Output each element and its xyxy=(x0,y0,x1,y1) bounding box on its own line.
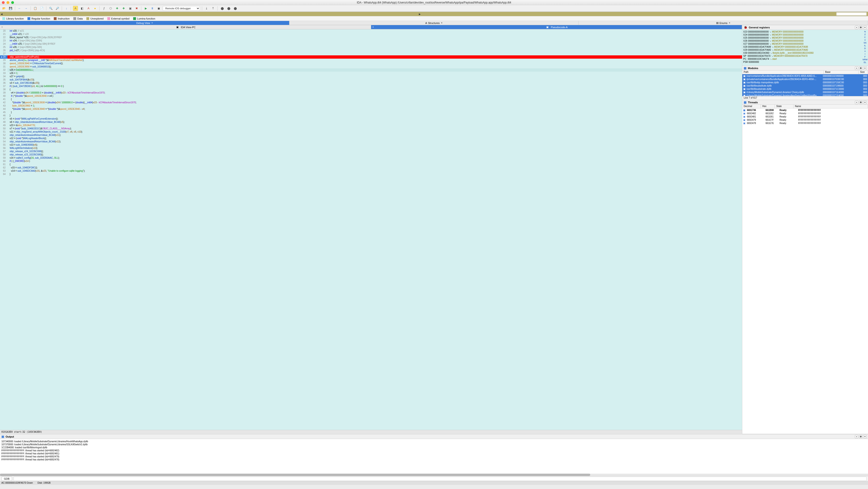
col-name[interactable]: Name xyxy=(794,105,868,108)
modules-list[interactable]: ▣/var/containers/Bundle/Application/2BE9… xyxy=(742,74,868,96)
code-line[interactable]: 26 pid_t v27; // [xsp+2B4h] [xbp-4Ch] xyxy=(0,49,742,52)
code-line[interactable]: 22 Block_layout *v23; // [xsp+20h] [xbp-… xyxy=(0,36,742,39)
code-line[interactable]: 34 v27 = getpid(); xyxy=(0,75,742,78)
col-base[interactable]: Base xyxy=(824,70,859,74)
code-line[interactable]: 39 v4 = (double)v24 / 1000000.0 + (doubl… xyxy=(0,91,742,94)
code-line[interactable]: 33 v26 = 1; xyxy=(0,72,742,75)
code-line[interactable]: 41 { xyxy=(0,98,742,101)
panel-close-icon[interactable]: × xyxy=(863,101,867,104)
code-line[interactable]: 37 if ( (sub_10472BD0C(v3, 4LL) & 0x8000… xyxy=(0,85,742,88)
view-tab[interactable]: Debug View× xyxy=(0,21,289,25)
thread-row[interactable]: ▣6692481661E81ReadyFFFFFFFFFFFFFFFF xyxy=(742,115,868,118)
code-line[interactable]: 51 v11 = objc_msgSend_arrayWithObjects_c… xyxy=(0,130,742,134)
back-icon[interactable]: ← xyxy=(17,6,22,11)
step-over-icon[interactable]: ⤒ xyxy=(211,6,216,11)
zoom-window-icon[interactable] xyxy=(11,1,14,4)
code-line[interactable]: 63 v14 = sub_1046DC8A0(v15, &v23, "Unabl… xyxy=(0,169,742,173)
save-icon[interactable]: 💾 xyxy=(8,6,13,11)
flag-SS[interactable]: SS xyxy=(863,41,868,44)
close-window-icon[interactable] xyxy=(2,1,5,4)
code-line[interactable]: 45 } xyxy=(0,111,742,114)
code-line[interactable]: 60 if ( (_DWORD)v14 ) xyxy=(0,160,742,163)
step-into-icon[interactable]: ⤓ xyxy=(204,6,209,11)
code-line[interactable]: 29 atomic_store(1u, (unsigned __int8 *)&… xyxy=(0,59,742,62)
paste-icon[interactable]: 📄 xyxy=(39,6,44,11)
code-line[interactable]: 27 xyxy=(0,52,742,55)
cross-icon[interactable]: ✖ xyxy=(134,6,139,11)
code-line[interactable]: 31 qword_105DE3958 = sub_103A66810(); xyxy=(0,65,742,68)
block-icon[interactable]: ▣ xyxy=(128,6,133,11)
plus-icon[interactable]: ✚ xyxy=(115,6,120,11)
code-line[interactable]: 53 v12 = (void *)WALogHeaderBlock(); xyxy=(0,137,742,140)
panel-gear-icon[interactable]: ⚙ xyxy=(859,67,862,70)
code-line[interactable]: 25 int v26; // [xsp+2B0h] [xbp-50h] xyxy=(0,45,742,49)
search-icon[interactable]: 🔍 xyxy=(48,6,53,11)
panel-gear-icon[interactable]: ⚙ xyxy=(859,435,862,438)
code-line[interactable]: 32 v25 = 0xE00000001LL; xyxy=(0,68,742,72)
module-row[interactable]: ▣/private/var/containers/Bundle/Applicat… xyxy=(742,77,868,81)
flag-I[interactable]: I xyxy=(863,53,868,55)
panel-close-icon[interactable]: × xyxy=(863,67,867,70)
pseudocode-view[interactable]: 20 int v20; // w2121 __int64 v21; // x20… xyxy=(0,29,742,430)
text-a-icon[interactable]: A xyxy=(73,6,78,11)
module-row[interactable]: ▣/Library/MobileSubstrate/DynamicLibrari… xyxy=(742,94,868,96)
code-line[interactable]: 44 *(double *)&qword_105DE3948 = *(doubl… xyxy=(0,107,742,111)
nav-right-icon[interactable]: ▶ xyxy=(418,13,422,15)
output-scrollbar[interactable] xyxy=(0,474,868,476)
struct-icon[interactable]: ◧ xyxy=(80,6,85,11)
module-row[interactable]: ▣/usr/lib/libsubstitute.dylib00000001071… xyxy=(742,84,868,87)
nav-left-icon[interactable]: ◀ xyxy=(0,13,3,15)
thread-row[interactable]: ▣6692482661E82ReadyFFFFFFFFFFFFFFFF xyxy=(742,112,868,115)
code-line[interactable]: 52 objc_retainAutoreleasedReturnValue_BC… xyxy=(0,134,742,137)
view-tab[interactable]: AStructures× xyxy=(289,21,579,25)
register-row[interactable]: PC 0000000103C9A374 ↘ start xyxy=(743,58,867,61)
bp-list-icon[interactable]: ⬤ xyxy=(226,6,231,11)
threads-list[interactable]: ▣6691736661B98ReadyFFFFFFFFFFFFFFFF▣6692… xyxy=(742,108,868,434)
panel-menu-icon[interactable]: ≡ xyxy=(855,67,858,70)
register-row[interactable]: X27 0000000000000000 ↘ MEMORY:0000000000… xyxy=(743,42,867,45)
register-row[interactable]: X23 0000000000000000 ↘ MEMORY:0000000000… xyxy=(743,30,867,33)
code-line[interactable]: 64 } xyxy=(0,173,742,176)
run-icon[interactable]: ▶ xyxy=(143,6,148,11)
code-line[interactable]: 35 sub_10470FBA4(&v23); xyxy=(0,78,742,82)
graph-icon[interactable]: ⬡ xyxy=(108,6,113,11)
gdb-button[interactable]: GDB xyxy=(1,477,12,481)
forward-icon[interactable]: → xyxy=(24,6,29,11)
code-tab[interactable]: ×▣Pseudocode-A xyxy=(371,25,742,29)
module-row[interactable]: ▣/var/containers/Bundle/Application/2BE9… xyxy=(742,74,868,77)
code-line[interactable]: 57 objc_release_x24_10235C698(); xyxy=(0,150,742,153)
output-body[interactable]: 107340000: loaded /Library/MobileSubstra… xyxy=(0,439,868,474)
navigation-band[interactable]: ◀ ▶ xyxy=(0,12,868,16)
flag-V[interactable]: V xyxy=(863,39,868,41)
code-line[interactable]: 58 objc_release_x23_10235C680(); xyxy=(0,153,742,156)
nav-search-input[interactable] xyxy=(836,12,867,15)
flag-A[interactable]: A xyxy=(863,50,868,53)
code-line[interactable]: 36 v3 = sub_10472BD30(&v25); xyxy=(0,82,742,85)
register-row[interactable]: X24 0000000000000000 ↘ MEMORY:0000000000… xyxy=(743,33,867,36)
panel-menu-icon[interactable]: ≡ xyxy=(855,101,858,104)
registers-body[interactable]: X23 0000000000000000 ↘ MEMORY:0000000000… xyxy=(742,30,868,66)
minimize-window-icon[interactable] xyxy=(6,1,9,4)
code-line[interactable]: 59 v14 = sqlite3_config(16, sub_103D50AA… xyxy=(0,156,742,160)
module-row[interactable]: ▣/usr/lib/libsubstrate.dylib00000001071C… xyxy=(742,87,868,91)
code-line[interactable]: 61 { xyxy=(0,163,742,166)
command-input[interactable] xyxy=(13,477,867,481)
code-line[interactable]: 20 int v20; // w21 xyxy=(0,29,742,33)
code-line[interactable]: 48 v6 = objc_retainAutoreleasedReturnVal… xyxy=(0,121,742,124)
panel-gear-icon[interactable]: ⚙ xyxy=(859,26,862,29)
register-row[interactable]: X26 0000000000000000 ↘ MEMORY:0000000000… xyxy=(743,39,867,42)
module-row[interactable]: ▣/usr/lib/libobjc-trampolines.dylib00000… xyxy=(742,81,868,84)
circle-icon[interactable]: ● xyxy=(92,6,98,11)
down-icon[interactable]: ↓ xyxy=(64,6,69,11)
code-line[interactable]: 62 v15 = sub_1046DFD8C(); xyxy=(0,166,742,169)
code-tab[interactable]: ×▣IDA View-PC xyxy=(0,25,371,29)
col-state[interactable]: State xyxy=(775,105,794,108)
code-line[interactable]: 24 __int64 v25; // [xsp+2A8h] [xbp-58h] … xyxy=(0,42,742,45)
code-line[interactable]: 43 byte_105DE3960 = 1; xyxy=(0,104,742,107)
col-decimal[interactable]: Decimal xyxy=(742,105,761,108)
view-tab[interactable]: ▤Enums× xyxy=(579,21,868,25)
code-line[interactable]: 54 objc_retainAutoreleasedReturnValue_BC… xyxy=(0,140,742,143)
flag-EL[interactable]: EL xyxy=(863,61,868,64)
thread-row[interactable]: ▣6691736661B98ReadyFFFFFFFFFFFFFFFF xyxy=(742,108,868,112)
module-row[interactable]: ▣/Library/MobileSubstrate/DynamicLibrari… xyxy=(742,91,868,94)
